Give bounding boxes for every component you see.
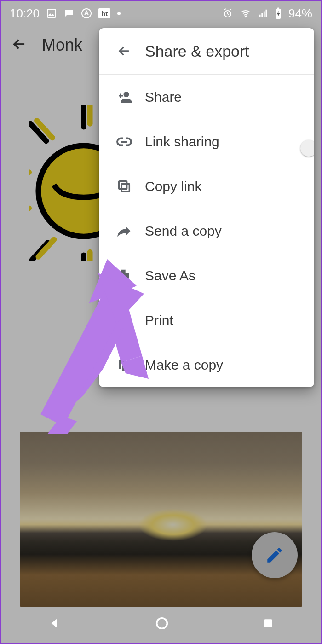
svg-rect-29 <box>119 181 127 189</box>
menu-back-icon[interactable] <box>104 43 145 59</box>
menu-title: Share & export <box>145 42 249 60</box>
nav-back-icon[interactable] <box>48 616 62 632</box>
status-bar: 10:20 ht • 94% <box>1 1 321 25</box>
menu-item-copy-link[interactable]: Copy link <box>99 164 314 209</box>
battery-icon <box>275 7 282 19</box>
menu-item-label: Make a copy <box>145 357 310 373</box>
menu-item-label: Share <box>145 89 310 105</box>
svg-rect-30 <box>121 322 127 326</box>
menu-item-label: Link sharing <box>145 134 302 150</box>
android-nav-bar <box>1 606 321 643</box>
menu-item-share[interactable]: Share <box>99 75 314 119</box>
svg-rect-26 <box>277 8 279 9</box>
menu-item-link-sharing[interactable]: Link sharing <box>99 119 314 164</box>
status-time: 10:20 <box>10 6 40 21</box>
print-icon <box>104 312 145 329</box>
nav-home-icon[interactable] <box>154 615 170 633</box>
svg-rect-21 <box>47 9 56 17</box>
menu-item-print[interactable]: Print <box>99 298 314 342</box>
duplicate-file-icon <box>104 357 145 373</box>
menu-item-save-as[interactable]: Save As <box>99 253 314 298</box>
nav-recent-icon[interactable] <box>262 617 274 631</box>
menu-item-label: Save As <box>145 268 310 284</box>
app-ht-icon: ht <box>98 8 110 18</box>
more-notifications-icon: • <box>117 6 121 21</box>
svg-rect-37 <box>264 619 272 627</box>
link-icon <box>104 133 145 150</box>
person-add-icon <box>104 89 145 105</box>
svg-rect-28 <box>121 184 129 191</box>
menu-item-label: Print <box>145 313 310 328</box>
device-frame: Monk <box>0 0 322 644</box>
menu-item-label: Send a copy <box>145 223 310 239</box>
svg-point-27 <box>124 92 129 97</box>
svg-point-24 <box>245 16 247 17</box>
app-a-icon <box>81 8 92 19</box>
svg-point-36 <box>157 618 167 629</box>
image-icon <box>46 8 57 19</box>
file-icon <box>104 267 145 284</box>
menu-item-label: Copy link <box>145 179 310 194</box>
menu-header: Share & export <box>99 28 314 75</box>
share-export-menu: Share & export Share Link sharing Copy l… <box>99 28 314 387</box>
copy-icon <box>104 179 145 194</box>
alarm-icon <box>222 8 233 19</box>
battery-percent: 94% <box>288 6 312 21</box>
menu-item-make-copy[interactable]: Make a copy <box>99 342 314 387</box>
menu-item-send-copy[interactable]: Send a copy <box>99 209 314 253</box>
message-icon <box>63 8 75 19</box>
send-icon <box>104 223 145 239</box>
wifi-icon <box>240 8 252 19</box>
signal-icon <box>258 8 268 18</box>
